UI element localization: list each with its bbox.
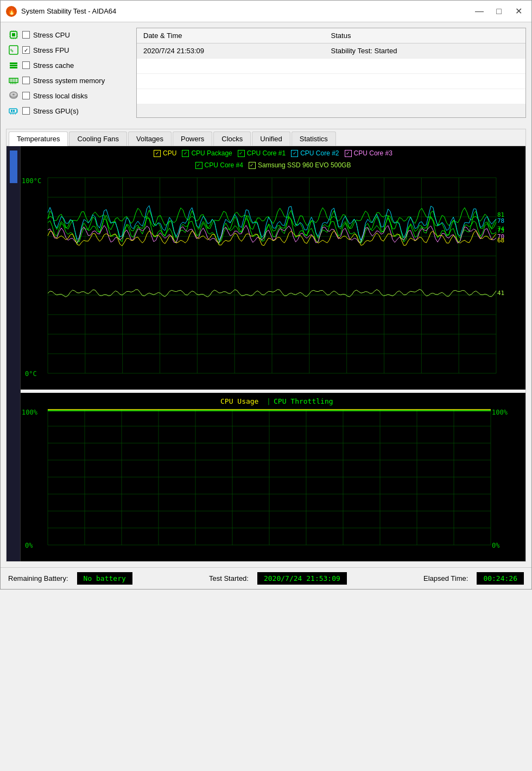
core2-legend-label: CPU Core #2 (300, 149, 339, 157)
stress-cache-label: Stress cache (33, 61, 74, 70)
datetime-header: Date & Time (137, 28, 325, 43)
empty-row (137, 74, 525, 89)
tab-cooling-fans[interactable]: Cooling Fans (69, 131, 127, 146)
status-panel: Date & Time Status 2020/7/24 21:53:09 St… (136, 28, 526, 118)
test-started-label: Test Started: (209, 574, 249, 582)
maximize-button[interactable]: □ (491, 4, 506, 19)
temp-legend-row1: ✓ CPU ✓ CPU Package ✓ CPU Core #1 ✓ (21, 146, 525, 160)
legend-ssd: ✓ Samsung SSD 960 EVO 500GB (249, 161, 351, 169)
status-row: 2020/7/24 21:53:09 Stability Test: Start… (137, 43, 525, 59)
stress-disk-label: Stress local disks (33, 92, 87, 100)
stress-disk-checkbox[interactable] (22, 92, 30, 99)
svg-point-30 (12, 94, 15, 96)
stress-cache-checkbox[interactable] (22, 61, 30, 69)
core3-legend-label: CPU Core #3 (354, 149, 392, 157)
top-section: Stress CPU % ✓ Stress FPU Stress cac (1, 22, 531, 123)
temperature-canvas (21, 172, 518, 390)
svg-text:%: % (10, 48, 14, 53)
core2-legend-check: ✓ (291, 150, 298, 157)
ssd-legend-label: Samsung SSD 960 EVO 500GB (258, 161, 351, 169)
svg-rect-17 (10, 65, 17, 66)
list-item: Stress cache (6, 58, 131, 72)
title-bar: 🔥 System Stability Test - AIDA64 — □ ✕ (1, 1, 531, 22)
svg-rect-32 (11, 110, 12, 112)
battery-value: No battery (77, 572, 132, 585)
fpu-icon: % (8, 45, 19, 55)
memory-icon (8, 75, 19, 86)
core1-legend-label: CPU Core #1 (247, 149, 286, 157)
cache-icon (8, 60, 19, 71)
disk-icon (8, 90, 19, 101)
elapsed-value: 00:24:26 (477, 572, 524, 585)
window-title: System Stability Test - AIDA64 (21, 7, 472, 15)
legend-cpu-package: ✓ CPU Package (182, 149, 232, 157)
charts-area: ✓ CPU ✓ CPU Package ✓ CPU Core #1 ✓ (21, 146, 525, 561)
window-controls: — □ ✕ (472, 4, 526, 19)
core4-legend-check: ✓ (195, 162, 202, 169)
status-table: Date & Time Status 2020/7/24 21:53:09 St… (137, 28, 525, 104)
list-item: Stress CPU (6, 28, 131, 42)
usage-canvas (21, 393, 518, 561)
svg-rect-16 (10, 62, 17, 64)
datetime-cell: 2020/7/24 21:53:09 (137, 43, 325, 59)
gpu-icon (8, 105, 19, 116)
svg-rect-18 (10, 67, 17, 68)
status-cell: Stability Test: Started (325, 43, 525, 59)
battery-label: Remaining Battery: (8, 574, 68, 582)
tab-voltages[interactable]: Voltages (128, 131, 172, 146)
temp-legend-row2: ✓ CPU Core #4 ✓ Samsung SSD 960 EVO 500G… (21, 160, 525, 172)
chart-container: ✓ CPU ✓ CPU Package ✓ CPU Core #1 ✓ (7, 146, 525, 561)
list-item: Stress GPU(s) (6, 104, 131, 118)
tabs-section: Temperatures Cooling Fans Voltages Power… (6, 129, 526, 562)
cpu-icon (8, 29, 19, 40)
legend-core1: ✓ CPU Core #1 (238, 149, 286, 157)
empty-row (137, 59, 525, 74)
legend-cpu: ✓ CPU (154, 149, 176, 157)
stress-fpu-label: Stress FPU (33, 46, 69, 54)
svg-rect-19 (9, 78, 18, 83)
close-button[interactable]: ✕ (511, 4, 526, 19)
svg-rect-1 (12, 33, 15, 36)
tab-unified[interactable]: Unified (252, 131, 290, 146)
app-icon: 🔥 (6, 6, 17, 17)
list-item: Stress local disks (6, 89, 131, 103)
core1-legend-check: ✓ (238, 150, 245, 157)
tab-powers[interactable]: Powers (173, 131, 212, 146)
stress-cpu-checkbox[interactable] (22, 31, 30, 39)
minimize-button[interactable]: — (472, 4, 487, 19)
stress-gpu-checkbox[interactable] (22, 107, 30, 115)
tab-temperatures[interactable]: Temperatures (9, 131, 68, 146)
elapsed-label: Elapsed Time: (423, 574, 468, 582)
stress-memory-label: Stress system memory (33, 77, 105, 85)
stress-cpu-label: Stress CPU (33, 31, 70, 39)
stress-options-list: Stress CPU % ✓ Stress FPU Stress cac (6, 28, 131, 118)
legend-core4: ✓ CPU Core #4 (195, 161, 243, 169)
stress-memory-checkbox[interactable] (22, 77, 30, 84)
list-item: % ✓ Stress FPU (6, 43, 131, 57)
cpu-legend-label: CPU (163, 149, 176, 157)
test-started-value: 2020/7/24 21:53:09 (257, 572, 347, 585)
chart-sidebar-indicator (10, 151, 17, 183)
stress-options-panel: Stress CPU % ✓ Stress FPU Stress cac (6, 28, 131, 118)
stress-gpu-label: Stress GPU(s) (33, 107, 79, 115)
tab-bar: Temperatures Cooling Fans Voltages Power… (7, 129, 525, 146)
core4-legend-label: CPU Core #4 (205, 161, 243, 169)
status-header: Status (325, 28, 525, 43)
tab-statistics[interactable]: Statistics (292, 131, 336, 146)
legend-core2: ✓ CPU Core #2 (291, 149, 339, 157)
cpu-package-legend-check: ✓ (182, 150, 189, 157)
cpu-legend-check: ✓ (154, 150, 161, 157)
tab-clocks[interactable]: Clocks (213, 131, 251, 146)
list-item: Stress system memory (6, 73, 131, 87)
ssd-legend-check: ✓ (249, 162, 256, 169)
cpu-package-legend-label: CPU Package (191, 149, 232, 157)
svg-rect-33 (13, 110, 15, 112)
core3-legend-check: ✓ (345, 150, 352, 157)
legend-core3: ✓ CPU Core #3 (345, 149, 392, 157)
bottom-bar: Remaining Battery: No battery Test Start… (1, 567, 531, 589)
temperature-chart-wrapper: ✓ CPU ✓ CPU Package ✓ CPU Core #1 ✓ (21, 146, 525, 390)
main-window: 🔥 System Stability Test - AIDA64 — □ ✕ S… (0, 0, 532, 590)
chart-sidebar (7, 146, 21, 561)
usage-chart-wrapper (21, 393, 525, 561)
stress-fpu-checkbox[interactable]: ✓ (22, 46, 30, 54)
